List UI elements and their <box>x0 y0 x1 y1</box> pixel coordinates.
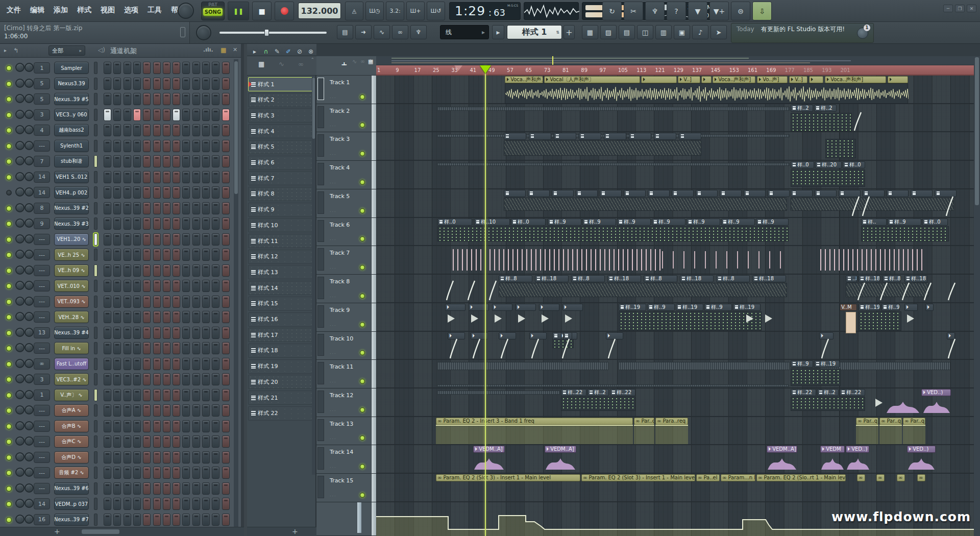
channel-pan-knob[interactable] <box>15 374 24 383</box>
track-header-12[interactable]: Track 12··· <box>316 388 371 417</box>
tempo-display[interactable]: 132.000 <box>298 3 341 19</box>
track-led[interactable] <box>360 123 365 128</box>
channel-button-Sampler[interactable]: Sampler <box>54 62 89 74</box>
track-preview-box[interactable] <box>317 447 324 470</box>
mic-button[interactable]: ♆ <box>645 2 665 20</box>
channel-led[interactable] <box>6 190 12 196</box>
step-button[interactable] <box>173 296 180 308</box>
mixer-track-number[interactable]: --- <box>34 467 50 478</box>
step-button[interactable] <box>182 467 190 479</box>
step-button[interactable] <box>163 202 170 214</box>
step-button[interactable] <box>104 451 111 464</box>
step-button[interactable] <box>182 155 190 167</box>
mixer-track-number[interactable]: 5 <box>34 78 50 89</box>
step-button[interactable] <box>173 62 180 74</box>
step-button[interactable] <box>133 155 141 167</box>
step-button[interactable] <box>182 435 190 448</box>
step-button[interactable] <box>153 233 161 246</box>
channel-pan-knob[interactable] <box>15 172 24 181</box>
step-button[interactable] <box>113 233 121 246</box>
channel-button-音频 #2[interactable]: 音频 #2 ∿ <box>54 467 89 479</box>
step-button[interactable] <box>173 467 180 479</box>
step-button[interactable] <box>212 498 219 510</box>
step-button[interactable] <box>163 358 170 370</box>
swing-button[interactable]: ∿ <box>374 25 390 39</box>
channel-button-VEH4..p 002[interactable]: VEH4..p 002 <box>54 186 89 199</box>
menu-item-工具[interactable]: 工具 <box>143 0 166 20</box>
step-button[interactable] <box>212 280 219 292</box>
mixer-track-number[interactable]: --- <box>34 421 50 432</box>
step-button[interactable] <box>133 217 141 230</box>
step-button[interactable] <box>113 217 121 230</box>
track-header-6[interactable]: Track 6··· <box>316 218 371 247</box>
channel-pan-knob[interactable] <box>15 436 24 446</box>
channel-button-Fill in[interactable]: Fill in ∿ <box>54 342 89 354</box>
channel-volume-knob[interactable] <box>24 94 34 103</box>
channel-button-VE..h 25[interactable]: VE..h 25 ∿ <box>54 249 89 261</box>
track-led[interactable] <box>360 94 365 100</box>
step-button[interactable] <box>133 202 141 214</box>
step-button[interactable] <box>104 264 111 277</box>
channel-led[interactable] <box>6 330 12 336</box>
pattern-prev-button[interactable]: ▸ <box>492 25 504 39</box>
track-header-3[interactable]: Track 3··· <box>316 132 371 161</box>
step-button[interactable] <box>163 93 170 105</box>
pattern-item-12[interactable]: 样式 12 <box>248 250 314 264</box>
step-button[interactable] <box>173 140 180 152</box>
step-button[interactable] <box>173 109 180 121</box>
step-button[interactable] <box>192 296 200 308</box>
step-button[interactable] <box>182 342 190 354</box>
track-led[interactable] <box>360 265 365 270</box>
channel-pan-knob[interactable] <box>15 515 24 524</box>
step-button[interactable] <box>104 311 111 323</box>
add-pattern-button[interactable]: + <box>564 25 575 39</box>
channel-pan-knob[interactable] <box>15 499 24 508</box>
playlist-toggle-button[interactable]: ▦ <box>582 25 598 39</box>
mixer-track-number[interactable]: 1 <box>34 389 50 401</box>
step-button[interactable] <box>173 93 180 105</box>
step-button[interactable] <box>124 467 131 479</box>
channel-pan-knob[interactable] <box>15 218 24 228</box>
lane-grip[interactable] <box>357 502 361 533</box>
step-button[interactable] <box>153 217 161 230</box>
channel-volume-knob[interactable] <box>24 343 34 352</box>
song-mode-button[interactable]: SONG <box>203 8 223 16</box>
mic2-button[interactable]: ♆ <box>410 25 427 39</box>
step-button[interactable] <box>124 389 131 401</box>
step-button[interactable] <box>173 373 180 385</box>
step-button[interactable] <box>104 171 111 183</box>
step-button[interactable] <box>182 420 190 432</box>
step-button[interactable] <box>124 435 131 448</box>
step-button[interactable] <box>153 435 161 448</box>
track-preview-box[interactable] <box>317 78 324 100</box>
step-button[interactable] <box>113 435 121 448</box>
step-button[interactable] <box>113 264 121 277</box>
track-preview-box[interactable] <box>317 277 324 299</box>
step-button[interactable] <box>143 467 151 479</box>
step-button[interactable] <box>202 186 210 199</box>
step-button[interactable] <box>104 78 111 90</box>
step-button[interactable] <box>222 202 230 214</box>
step-button[interactable] <box>104 140 111 152</box>
step-button[interactable] <box>113 109 121 121</box>
rack-filter-dropdown[interactable]: 全部▸ <box>48 45 85 56</box>
step-button[interactable] <box>113 467 121 479</box>
step-button[interactable] <box>133 280 141 292</box>
step-button[interactable] <box>153 420 161 432</box>
channel-button-Nexus3.39[interactable]: Nexus3.39 <box>54 78 89 90</box>
step-button[interactable] <box>104 233 111 246</box>
step-button[interactable] <box>113 373 121 385</box>
channel-volume-knob[interactable] <box>24 328 34 337</box>
oscilloscope[interactable] <box>524 2 579 20</box>
trash-icon[interactable] <box>180 27 185 37</box>
step-button[interactable] <box>133 373 141 385</box>
step-button[interactable] <box>143 389 151 401</box>
step-button[interactable] <box>153 373 161 385</box>
step-button[interactable] <box>222 342 230 354</box>
keyboard-editor-icon[interactable]: ▦ <box>220 46 226 54</box>
step-button[interactable] <box>143 498 151 510</box>
track-preview-box[interactable] <box>317 134 324 157</box>
graph-editor-icon[interactable]: .ılı. <box>203 46 213 53</box>
step-button[interactable] <box>153 124 161 136</box>
step-button[interactable] <box>182 373 190 385</box>
